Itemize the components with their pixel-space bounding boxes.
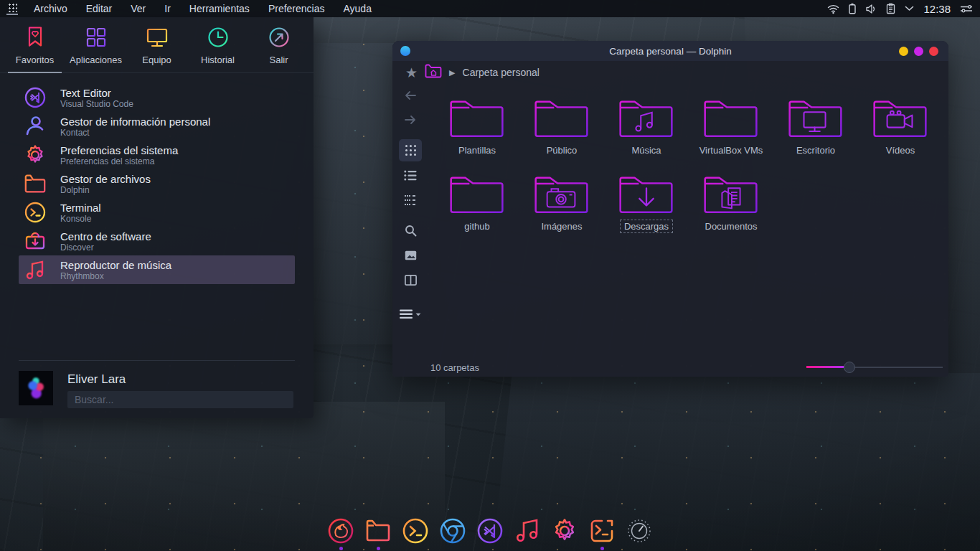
bookmark-star-icon[interactable]: ★ <box>405 66 418 80</box>
divider <box>19 360 295 361</box>
favorite-rhythmbox[interactable]: Reproductor de música Rhythmbox <box>19 255 295 284</box>
favorite-text-editor[interactable]: Text Editor Visual Studio Code <box>19 83 295 112</box>
dock-file-manager[interactable] <box>364 517 392 550</box>
menu-ver[interactable]: Ver <box>121 1 155 17</box>
dolphin-titlebar[interactable]: Carpeta personal — Dolphin <box>392 41 948 61</box>
folder-github[interactable]: github <box>435 173 519 233</box>
folder-plantillas[interactable]: Plantillas <box>435 97 519 157</box>
favorites-list: Text Editor Visual Studio Code Gestor de… <box>0 73 314 284</box>
music-glyph <box>636 113 651 131</box>
favorite-text: Preferencias del sistema Preferencias de… <box>60 144 178 166</box>
favorite-text: Centro de software Discover <box>60 230 151 253</box>
favorite-system-settings[interactable]: Preferencias del sistema Preferencias de… <box>19 141 295 169</box>
dock-firefox[interactable] <box>326 517 355 550</box>
folder-musica[interactable]: Música <box>604 97 689 157</box>
global-menubar: Archivo Editar Ver Ir Herramientas Prefe… <box>0 0 980 17</box>
menu-editar[interactable]: Editar <box>77 1 122 17</box>
window-controls <box>899 47 948 56</box>
computer-icon <box>145 26 169 49</box>
home-folder-icon[interactable] <box>425 64 442 81</box>
chromium-icon <box>438 517 467 545</box>
zoom-slider-fill <box>806 366 844 368</box>
tab-historial[interactable]: Historial <box>187 26 248 72</box>
menu-ir[interactable]: Ir <box>155 1 180 17</box>
close-button[interactable] <box>929 47 938 56</box>
folder-documentos[interactable]: Documentos <box>689 173 773 233</box>
forward-icon <box>404 115 417 125</box>
dock-chromium[interactable] <box>438 517 467 550</box>
search-input[interactable] <box>67 391 293 408</box>
wifi-icon[interactable] <box>827 4 839 14</box>
app-launcher-panel: Favoritos Aplicaciones Equipo Historial <box>0 17 314 418</box>
folder-imagenes[interactable]: Imágenes <box>519 173 604 233</box>
folder-row-1: Plantillas Público Música VirtualBox VMs <box>435 97 943 173</box>
forward-button[interactable] <box>399 109 422 132</box>
search-button[interactable] <box>399 219 422 242</box>
favorite-konsole[interactable]: Terminal Konsole <box>19 198 295 227</box>
avatar[interactable] <box>19 371 53 405</box>
details-view-button[interactable] <box>399 164 422 187</box>
compact-view-button[interactable] <box>399 189 422 212</box>
folder-virtualbox-vms[interactable]: VirtualBox VMs <box>689 97 773 157</box>
folder-row-2: github Imágenes Descargas <box>435 173 943 249</box>
favorite-text: Text Editor Visual Studio Code <box>60 87 133 109</box>
split-view-button[interactable] <box>399 268 422 291</box>
dock-clock[interactable] <box>625 517 654 550</box>
preview-button[interactable] <box>399 244 422 267</box>
tab-aplicaciones[interactable]: Aplicaciones <box>65 26 126 72</box>
tab-equipo[interactable]: Equipo <box>126 26 187 72</box>
menu-archivo[interactable]: Archivo <box>24 1 77 17</box>
dock-konsole[interactable] <box>401 517 430 550</box>
software-bag-icon <box>23 229 47 253</box>
favorite-kontact[interactable]: Gestor de información personal Kontact <box>19 112 295 141</box>
tab-favoritos[interactable]: Favoritos <box>4 26 65 72</box>
zoom-slider[interactable] <box>806 362 943 373</box>
dock-terminal-app[interactable] <box>588 517 616 550</box>
window-title: Carpeta personal — Dolphin <box>392 46 948 57</box>
zoom-slider-handle[interactable] <box>844 362 855 373</box>
running-indicator <box>377 547 380 550</box>
favorite-subtitle: Dolphin <box>60 185 151 195</box>
breadcrumb-location[interactable]: Carpeta personal <box>463 67 540 78</box>
clock[interactable]: 12:38 <box>923 3 951 15</box>
folder-label: Vídeos <box>882 143 919 157</box>
menu-ayuda[interactable]: Ayuda <box>334 1 380 17</box>
volume-icon[interactable] <box>865 4 877 14</box>
dock-vscode[interactable] <box>476 517 504 550</box>
preview-icon <box>405 250 417 260</box>
menu-herramientas[interactable]: Herramientas <box>180 1 259 17</box>
maximize-button[interactable] <box>914 47 923 56</box>
favorite-subtitle: Konsole <box>60 214 101 224</box>
menu-preferencias[interactable]: Preferencias <box>259 1 334 17</box>
folder-videos[interactable]: Vídeos <box>858 97 943 157</box>
folder-label: Descargas <box>620 220 673 233</box>
icons-view-button[interactable] <box>399 139 422 162</box>
favorite-dolphin[interactable]: Gestor de archivos Dolphin <box>19 169 295 198</box>
tab-label: Favoritos <box>16 55 54 65</box>
app-grid-icon <box>8 3 17 12</box>
back-button[interactable] <box>399 84 422 107</box>
bookmark-heart-icon <box>24 26 46 49</box>
favorite-text: Terminal Konsole <box>60 202 101 224</box>
chevron-down-icon[interactable] <box>905 6 914 11</box>
dock-settings[interactable] <box>550 517 579 550</box>
tray-settings-icon[interactable] <box>960 4 973 14</box>
person-icon <box>23 114 47 138</box>
dock-rhythmbox[interactable] <box>513 517 542 550</box>
app-launcher-button[interactable] <box>0 0 24 17</box>
menu-button[interactable] <box>395 303 425 326</box>
favorite-title: Gestor de información personal <box>60 116 210 128</box>
chevron-down-icon <box>415 313 421 316</box>
folder-publico[interactable]: Público <box>519 97 604 157</box>
favorite-discover[interactable]: Centro de software Discover <box>19 227 295 255</box>
camera-glyph <box>547 189 575 207</box>
neon-deer-avatar <box>23 375 49 401</box>
minimize-button[interactable] <box>899 47 908 56</box>
file-manager-icon <box>364 517 392 545</box>
folder-descargas[interactable]: Descargas <box>604 173 689 233</box>
battery-icon[interactable] <box>849 3 856 14</box>
clipboard-icon[interactable] <box>886 3 895 14</box>
folder-escritorio[interactable]: Escritorio <box>773 97 858 157</box>
tab-salir[interactable]: Salir <box>248 26 309 72</box>
icons-view-icon <box>405 144 417 156</box>
